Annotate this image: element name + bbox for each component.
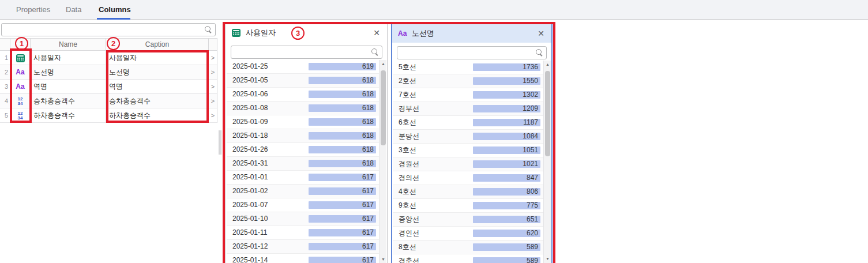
item-label: 3호선 bbox=[399, 144, 416, 157]
item-value: 618 bbox=[362, 74, 374, 87]
item-value: 618 bbox=[362, 102, 374, 115]
columns-search-input[interactable] bbox=[5, 24, 202, 36]
item-value: 1187 bbox=[523, 116, 538, 129]
iconc-cell bbox=[10, 51, 31, 65]
header-caption[interactable]: Caption bbox=[106, 39, 209, 51]
list-item[interactable]: 8호선589 bbox=[393, 241, 543, 254]
list-item[interactable]: 2025-01-26618 bbox=[227, 143, 379, 157]
columns-table-body: 1사용일자사용일자>2Aa노선명노선명>3Aa역명역명>41234승차총승객수승… bbox=[0, 51, 217, 123]
list-item[interactable]: 3호선1051 bbox=[393, 144, 543, 157]
item-label: 2호선 bbox=[399, 74, 416, 88]
scroll-down-icon[interactable]: ▼ bbox=[544, 255, 551, 263]
item-value: 775 bbox=[527, 199, 538, 212]
name-cell[interactable]: 사용일자 bbox=[31, 51, 106, 65]
iconc-cell: 1234 bbox=[10, 108, 31, 123]
list-item[interactable]: 6호선1187 bbox=[393, 116, 543, 130]
table-row[interactable]: 41234승차총승객수승차총승객수> bbox=[0, 94, 217, 108]
list-item[interactable]: 2호선1550 bbox=[393, 74, 543, 88]
text-icon: Aa bbox=[398, 27, 407, 40]
item-value: 617 bbox=[362, 240, 374, 253]
list-item[interactable]: 경춘선589 bbox=[393, 254, 543, 263]
list-item[interactable]: 7호선1302 bbox=[393, 88, 543, 102]
chevron-right-icon[interactable]: > bbox=[209, 65, 217, 80]
list-item[interactable]: 2025-01-06618 bbox=[227, 88, 379, 102]
table-row[interactable]: 1사용일자사용일자> bbox=[0, 51, 217, 65]
item-label: 2025-01-18 bbox=[232, 129, 268, 142]
item-value: 618 bbox=[362, 157, 374, 170]
list-item[interactable]: 2025-01-25619 bbox=[227, 60, 379, 74]
splitter-handle[interactable] bbox=[219, 130, 221, 155]
panel-search-box bbox=[397, 46, 547, 59]
list-item[interactable]: 경인선620 bbox=[393, 227, 543, 241]
scroll-down-icon[interactable]: ▼ bbox=[379, 256, 387, 263]
panel-search-input[interactable] bbox=[235, 46, 369, 58]
scrollbar[interactable]: ▲ ▼ bbox=[379, 60, 386, 263]
capt-cell[interactable]: 역명 bbox=[106, 80, 209, 94]
list-item[interactable]: 분당선1084 bbox=[393, 130, 543, 144]
list-item[interactable]: 경원선1021 bbox=[393, 157, 543, 171]
list-item[interactable]: 2025-01-07617 bbox=[227, 198, 379, 212]
list-item[interactable]: 4호선806 bbox=[393, 185, 543, 199]
text-icon: Aa bbox=[16, 65, 24, 79]
name-cell[interactable]: 하차총승객수 bbox=[31, 108, 106, 123]
close-icon[interactable]: ✕ bbox=[535, 28, 547, 39]
chevron-right-icon[interactable]: > bbox=[209, 94, 217, 108]
list-item[interactable]: 2025-01-09618 bbox=[227, 115, 379, 129]
chevron-right-icon[interactable]: > bbox=[209, 80, 217, 94]
list-item[interactable]: 5호선1736 bbox=[393, 61, 543, 74]
tab-columns[interactable]: Columns bbox=[99, 0, 131, 20]
columns-table: Name Caption 1사용일자사용일자>2Aa노선명노선명>3Aa역명역명… bbox=[0, 38, 217, 123]
list-item[interactable]: 2025-01-02617 bbox=[227, 185, 379, 198]
scroll-up-icon[interactable]: ▲ bbox=[544, 61, 551, 69]
scroll-up-icon[interactable]: ▲ bbox=[379, 60, 387, 68]
scrollbar-thumb[interactable] bbox=[545, 71, 550, 156]
name-cell[interactable]: 노선명 bbox=[31, 65, 106, 80]
capt-cell[interactable]: 노선명 bbox=[106, 65, 209, 80]
header-name[interactable]: Name bbox=[31, 39, 106, 51]
item-value: 617 bbox=[362, 212, 374, 226]
table-row[interactable]: 3Aa역명역명> bbox=[0, 80, 217, 94]
item-label: 2025-01-10 bbox=[232, 212, 268, 226]
scrollbar[interactable]: ▲ ▼ bbox=[543, 61, 551, 263]
panel-header[interactable]: Aa 노선명 ✕ bbox=[392, 24, 551, 43]
calendar-icon bbox=[16, 54, 25, 62]
item-label: 2025-01-31 bbox=[232, 157, 268, 170]
list-item[interactable]: 2025-01-08618 bbox=[227, 102, 379, 115]
scrollbar-thumb[interactable] bbox=[381, 70, 386, 145]
list-item[interactable]: 2025-01-11617 bbox=[227, 226, 379, 240]
table-row[interactable]: 2Aa노선명노선명> bbox=[0, 65, 217, 80]
list-item[interactable]: 2025-01-01617 bbox=[227, 171, 379, 185]
list-item[interactable]: 2025-01-05618 bbox=[227, 74, 379, 88]
list-item[interactable]: 경부선1209 bbox=[393, 102, 543, 116]
item-value: 1051 bbox=[523, 144, 538, 157]
item-label: 2025-01-01 bbox=[232, 171, 268, 184]
chevron-right-icon[interactable]: > bbox=[209, 51, 217, 65]
list-item[interactable]: 2025-01-12617 bbox=[227, 240, 379, 254]
list-item[interactable]: 2025-01-10617 bbox=[227, 212, 379, 226]
name-cell[interactable]: 역명 bbox=[31, 80, 106, 94]
item-label: 2025-01-14 bbox=[232, 254, 268, 263]
table-row[interactable]: 51234하차총승객수하차총승객수> bbox=[0, 108, 217, 123]
capt-cell[interactable]: 사용일자 bbox=[106, 51, 209, 65]
tab-properties[interactable]: Properties bbox=[16, 0, 50, 20]
item-value: 1084 bbox=[523, 130, 538, 143]
list-item[interactable]: 경의선847 bbox=[393, 171, 543, 185]
panel-search-input[interactable] bbox=[401, 47, 533, 59]
tab-data[interactable]: Data bbox=[66, 0, 81, 20]
item-value: 617 bbox=[362, 198, 374, 212]
list-item[interactable]: 2025-01-18618 bbox=[227, 129, 379, 143]
item-value: 620 bbox=[527, 227, 538, 240]
columns-table-header: Name Caption bbox=[0, 38, 217, 51]
calendar-icon bbox=[232, 29, 241, 37]
list-item[interactable]: 중앙선651 bbox=[393, 213, 543, 227]
close-icon[interactable]: ✕ bbox=[371, 27, 382, 39]
panel-header[interactable]: 사용일자 ✕ bbox=[226, 24, 387, 42]
list-item[interactable]: 2025-01-14617 bbox=[227, 254, 379, 263]
capt-cell[interactable]: 하차총승객수 bbox=[106, 108, 209, 123]
list-item[interactable]: 9호선775 bbox=[393, 199, 543, 213]
list-item[interactable]: 2025-01-31618 bbox=[227, 157, 379, 171]
capt-cell[interactable]: 승차총승객수 bbox=[106, 94, 209, 108]
chevron-right-icon[interactable]: > bbox=[209, 108, 217, 123]
panel-title: 사용일자 bbox=[246, 24, 276, 42]
name-cell[interactable]: 승차총승객수 bbox=[31, 94, 106, 108]
